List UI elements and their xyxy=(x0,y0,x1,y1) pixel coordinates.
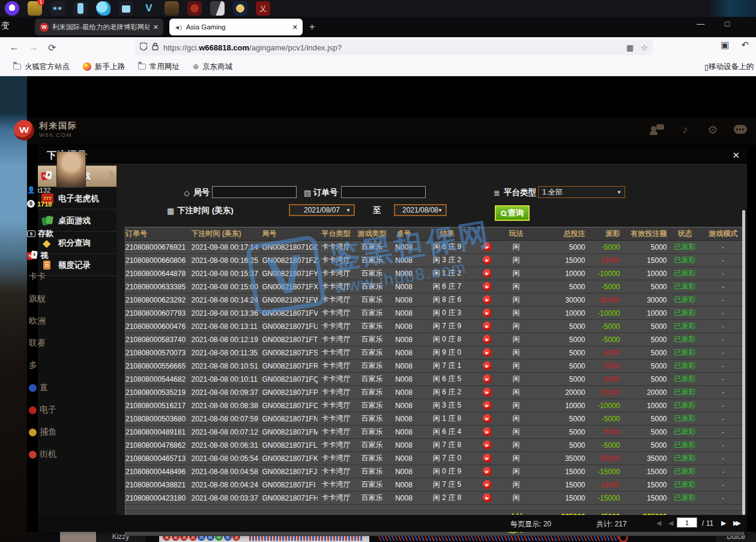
replay-button[interactable]: ▶ xyxy=(483,414,492,423)
tab-asia-gaming[interactable]: ◄) Asia Gaming ✕ xyxy=(169,19,303,35)
username-row: 👤t132 xyxy=(27,186,50,194)
site-nav-item[interactable]: 电子 xyxy=(29,405,56,415)
site-nav-item[interactable]: 联赛 xyxy=(29,338,46,349)
deposit-button[interactable]: $存款 xyxy=(27,228,53,239)
column-header xyxy=(476,227,499,241)
replay-button[interactable]: ▶ xyxy=(483,361,492,370)
replay-button[interactable]: ▶ xyxy=(483,467,492,476)
modal-footer: 每页显示: 20 共计: 217 ◀ ◀ / 11 ▶ ▶▶ xyxy=(38,515,747,532)
replay-button[interactable]: ▶ xyxy=(483,493,492,502)
column-header: 游戏模式 xyxy=(703,227,744,241)
bookmark-getting-started[interactable]: 新手上路 xyxy=(83,62,125,72)
user-avatar[interactable] xyxy=(57,152,85,187)
last-page-button[interactable]: ▶▶ xyxy=(733,519,739,527)
customer-service-icon[interactable] xyxy=(650,123,665,138)
briefcase-app-icon[interactable] xyxy=(119,1,133,16)
tab-close-icon[interactable]: ✕ xyxy=(153,23,159,31)
table-row: 2108080005036802021-08-08 00:07:59GN0082… xyxy=(125,412,744,426)
site-nav-item[interactable]: 卡卡 xyxy=(29,271,46,282)
shield-icon[interactable] xyxy=(140,43,147,52)
back-button[interactable]: ← xyxy=(10,42,19,53)
window-controls[interactable]: —□ xyxy=(697,19,750,28)
qr-code-icon[interactable]: ▦ xyxy=(626,43,634,52)
url-bar[interactable]: https://gci.w668818.com/agingame/pcv1/in… xyxy=(135,40,653,55)
modal-scrollbar[interactable] xyxy=(742,210,745,515)
replay-button[interactable]: ▶ xyxy=(483,282,492,291)
replay-button[interactable]: ▶ xyxy=(483,242,492,251)
replay-button[interactable]: ▶ xyxy=(483,348,492,357)
table-row: 2108080006769212021-08-08 00:17:14GN0082… xyxy=(125,241,744,254)
replay-button[interactable]: ▶ xyxy=(483,375,492,384)
reload-button[interactable]: ⟳ xyxy=(48,42,56,53)
replay-button[interactable]: ▶ xyxy=(483,441,492,450)
modal-title-bar: 下注记录 ✕ xyxy=(38,146,747,164)
date-from-select[interactable]: 2021/08/07▼ xyxy=(289,204,355,216)
query-button[interactable]: 查询 xyxy=(495,205,530,221)
bookmarks-overflow[interactable]: ▯移动设备上的 xyxy=(704,62,754,72)
replay-button[interactable]: ▶ xyxy=(483,295,492,304)
sidebar-item-quota-records[interactable]: 额度记录 xyxy=(38,254,116,276)
column-header: 有效投注额 xyxy=(620,227,667,241)
page-count-label: / 11 xyxy=(702,519,713,528)
first-page-button[interactable]: ◀ xyxy=(656,519,661,527)
balance-value: 1718 xyxy=(37,200,52,208)
site-nav-item[interactable]: 捕鱼 xyxy=(29,427,56,438)
bookmark-jd[interactable]: ⊕京东商城 xyxy=(193,62,232,72)
date-to-select[interactable]: 2021/08/08▼ xyxy=(394,204,447,216)
whale-app-icon[interactable] xyxy=(96,1,110,16)
replay-button[interactable]: ▶ xyxy=(483,322,492,331)
replay-button[interactable]: ▶ xyxy=(483,480,492,489)
bookmark-star-icon[interactable]: ☆ xyxy=(641,43,648,52)
v-app-app-icon[interactable]: V xyxy=(142,1,156,16)
new-tab-button[interactable]: + xyxy=(309,22,315,32)
dropdown-arrow-icon: ▼ xyxy=(346,208,351,213)
replay-button[interactable]: ▶ xyxy=(483,335,492,344)
settings-gear-icon[interactable]: ⚙ xyxy=(706,123,720,138)
tab-close-icon[interactable]: ✕ xyxy=(292,23,298,31)
music-icon[interactable]: ♪ xyxy=(678,123,692,138)
page-number-input[interactable] xyxy=(677,517,697,528)
game-no-input[interactable] xyxy=(212,186,297,198)
document-icon xyxy=(41,260,53,271)
spider-app-icon[interactable] xyxy=(187,1,202,16)
site-nav-item[interactable]: 欧洲 xyxy=(29,316,46,327)
tab-lilai[interactable]: W 利来国际-最给力的老牌博彩网站 ✕ xyxy=(35,19,163,35)
prev-page-button[interactable]: ◀ xyxy=(668,519,673,527)
screenshot-icon[interactable]: ▣ xyxy=(721,40,729,50)
next-page-button[interactable]: ▶ xyxy=(721,519,726,527)
replay-button[interactable]: ▶ xyxy=(483,269,492,278)
table-row: 2108080005566652021-08-08 00:10:51GN0082… xyxy=(125,360,744,373)
site-nav-item[interactable]: 旗舰 xyxy=(29,294,46,304)
modal-close-icon[interactable]: ✕ xyxy=(732,150,740,161)
char1-app-icon[interactable] xyxy=(165,1,179,16)
site-logo-icon[interactable]: W xyxy=(14,120,34,140)
forward-button[interactable]: → xyxy=(29,42,38,53)
audio-playing-icon[interactable]: ◄) xyxy=(174,24,182,31)
site-nav-item[interactable]: 街机 xyxy=(29,449,56,460)
app-purple-app-icon[interactable] xyxy=(5,1,19,16)
char2-app-icon[interactable] xyxy=(210,1,225,16)
chat-icon[interactable] xyxy=(733,123,748,138)
replay-button[interactable]: ▶ xyxy=(483,427,492,436)
lock-icon[interactable] xyxy=(152,43,159,52)
pubg-app-icon[interactable] xyxy=(28,1,42,16)
bookmark-firefox-official[interactable]: 火狐官方站点 xyxy=(13,62,70,72)
phone-app-icon[interactable] xyxy=(73,1,88,16)
replay-button[interactable]: ▶ xyxy=(483,454,492,463)
controller-app-icon[interactable] xyxy=(50,1,65,16)
site-nav-item[interactable]: 多 xyxy=(29,360,37,371)
table-row: 2108080005837402021-08-08 00:12:19GN0082… xyxy=(125,333,744,346)
reply-arrow-icon[interactable]: ↶ xyxy=(741,40,749,50)
total-count-label: 共计: 217 xyxy=(596,519,627,529)
site-nav-item[interactable]: 直 xyxy=(29,382,48,393)
bookmark-common-sites[interactable]: 常用网址 xyxy=(138,62,180,72)
video-nav-item[interactable]: K9视 xyxy=(27,250,48,261)
replay-button[interactable]: ▶ xyxy=(483,401,492,410)
replay-button[interactable]: ▶ xyxy=(483,256,492,265)
replay-button[interactable]: ▶ xyxy=(483,309,492,318)
gold-app-icon[interactable] xyxy=(233,1,247,16)
order-no-input[interactable] xyxy=(341,186,426,198)
replay-button[interactable]: ▶ xyxy=(483,388,492,397)
redx-app-icon[interactable]: 乂 xyxy=(256,1,270,16)
platform-type-select[interactable]: 1.全部▼ xyxy=(538,186,625,198)
